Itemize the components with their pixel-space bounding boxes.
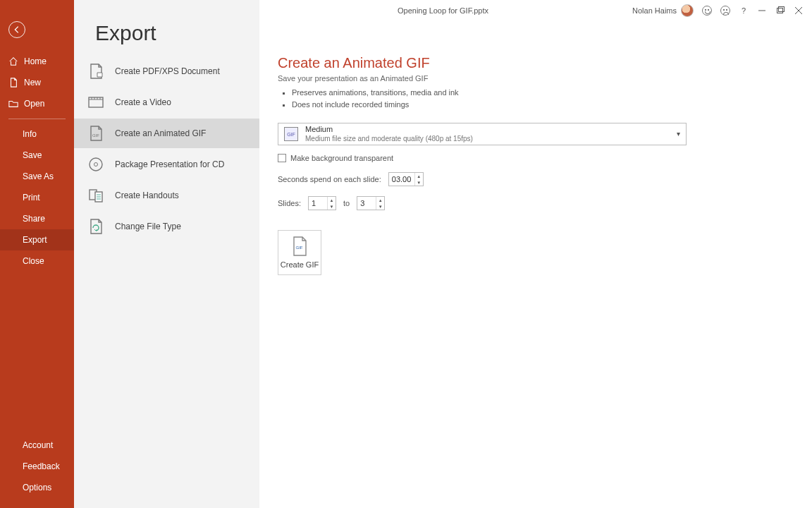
transparent-bg-checkbox[interactable]: [278, 154, 286, 162]
slides-from-input[interactable]: [309, 197, 327, 210]
change-filetype-icon: [87, 217, 105, 236]
backstage-sidebar: Home New Open Info Save Save As Print Sh…: [0, 0, 74, 508]
sidebar-item-label: Close: [23, 256, 44, 266]
svg-point-8: [94, 163, 98, 167]
sidebar-item-label: Account: [23, 440, 53, 450]
handouts-icon: [87, 186, 105, 205]
user-avatar-icon: [681, 4, 694, 17]
detail-subtitle: Save your presentation as an Animated GI…: [278, 74, 794, 83]
export-option-video[interactable]: Create a Video: [74, 87, 259, 117]
sidebar-item-feedback[interactable]: Feedback: [0, 456, 74, 477]
export-option-package-cd[interactable]: Package Presentation for CD: [74, 150, 259, 179]
export-detail-pane: Create an Animated GIF Save your present…: [259, 21, 812, 508]
sidebar-item-label: Export: [23, 235, 47, 245]
export-option-label: Create an Animated GIF: [115, 128, 206, 138]
detail-heading: Create an Animated GIF: [278, 55, 794, 71]
chevron-down-icon: ▾: [677, 130, 680, 138]
export-option-label: Package Presentation for CD: [115, 159, 224, 169]
svg-point-7: [90, 158, 102, 171]
window-close-button[interactable]: [794, 6, 804, 16]
quality-icon: GIF: [284, 127, 298, 141]
video-icon: [87, 93, 105, 111]
feedback-happy-icon[interactable]: [702, 6, 712, 16]
svg-rect-2: [779, 7, 785, 12]
sidebar-item-label: New: [24, 78, 41, 87]
sidebar-item-label: Open: [24, 99, 44, 109]
sidebar-item-options[interactable]: Options: [0, 477, 74, 498]
feedback-sad-icon[interactable]: [720, 6, 730, 16]
seconds-per-slide-label: Seconds spend on each slide:: [278, 175, 381, 183]
sidebar-item-label: Save As: [23, 171, 54, 181]
account-button[interactable]: Nolan Haims: [632, 4, 694, 17]
sidebar-item-label: Feedback: [23, 461, 60, 471]
pdf-page-icon: [87, 62, 105, 80]
sidebar-item-label: Share: [23, 214, 45, 224]
export-option-handouts[interactable]: Create Handouts: [74, 181, 259, 210]
sidebar-item-info[interactable]: Info: [0, 123, 74, 145]
sidebar-item-home[interactable]: Home: [0, 51, 74, 72]
back-button[interactable]: [8, 21, 25, 38]
home-icon: [8, 56, 18, 66]
slides-to-input[interactable]: [357, 197, 376, 210]
detail-bullets: Preserves animations, transitions, media…: [278, 87, 794, 110]
sidebar-item-new[interactable]: New: [0, 72, 74, 93]
seconds-spinner[interactable]: ▲▼: [414, 173, 423, 186]
export-option-label: Create Handouts: [115, 190, 179, 200]
svg-text:GIF: GIF: [296, 246, 303, 250]
svg-rect-5: [89, 97, 103, 107]
sidebar-item-account[interactable]: Account: [0, 435, 74, 456]
gif-file-icon: GIF: [291, 236, 308, 256]
sidebar-item-label: Options: [23, 483, 51, 492]
quality-desc: Medium file size and moderate quality (4…: [305, 135, 473, 143]
export-option-label: Change File Type: [115, 222, 181, 231]
sidebar-item-label: Home: [24, 56, 47, 66]
page-title: Export: [74, 21, 259, 56]
slides-to-label: to: [343, 199, 350, 207]
slides-to-spinner[interactable]: ▲▼: [376, 197, 384, 210]
create-gif-button-label: Create GIF: [281, 260, 319, 269]
sidebar-item-label: Save: [23, 150, 42, 160]
sidebar-item-label: Print: [23, 193, 40, 202]
detail-bullet: Preserves animations, transitions, media…: [292, 87, 794, 99]
svg-rect-1: [777, 8, 783, 13]
detail-bullet: Does not include recorded timings: [292, 99, 794, 111]
sidebar-item-print[interactable]: Print: [0, 187, 74, 208]
transparent-bg-label: Make background transparent: [290, 154, 393, 162]
sidebar-item-open[interactable]: Open: [0, 93, 74, 114]
export-option-label: Create a Video: [115, 97, 171, 107]
user-name-label: Nolan Haims: [632, 6, 677, 15]
sidebar-divider: [8, 119, 66, 119]
seconds-per-slide-input[interactable]: [389, 173, 414, 186]
gif-page-icon: GIF: [87, 124, 105, 143]
export-option-pdfxps[interactable]: Create PDF/XPS Document: [74, 56, 259, 86]
new-icon: [8, 78, 18, 87]
help-button[interactable]: ?: [739, 6, 749, 16]
slides-range-label: Slides:: [278, 199, 301, 207]
cd-icon: [87, 155, 105, 174]
export-option-label: Create PDF/XPS Document: [115, 66, 220, 76]
window-restore-button[interactable]: [775, 6, 785, 16]
export-option-anim-gif[interactable]: GIF Create an Animated GIF: [74, 119, 259, 148]
sidebar-item-close[interactable]: Close: [0, 250, 74, 272]
window-minimize-button[interactable]: [757, 6, 767, 16]
sidebar-item-share[interactable]: Share: [0, 208, 74, 229]
create-gif-button[interactable]: GIF Create GIF: [278, 230, 321, 275]
export-options-panel: Export Create PDF/XPS Document Create a …: [74, 0, 259, 508]
sidebar-item-save[interactable]: Save: [0, 145, 74, 166]
export-option-change-filetype[interactable]: Change File Type: [74, 212, 259, 241]
sidebar-item-label: Info: [23, 129, 37, 139]
open-folder-icon: [8, 99, 18, 109]
quality-title: Medium: [305, 125, 473, 134]
svg-text:GIF: GIF: [92, 133, 99, 138]
sidebar-item-export[interactable]: Export: [0, 229, 74, 250]
quality-dropdown[interactable]: GIF Medium Medium file size and moderate…: [278, 123, 687, 145]
sidebar-item-saveas[interactable]: Save As: [0, 166, 74, 187]
slides-from-spinner[interactable]: ▲▼: [327, 197, 336, 210]
